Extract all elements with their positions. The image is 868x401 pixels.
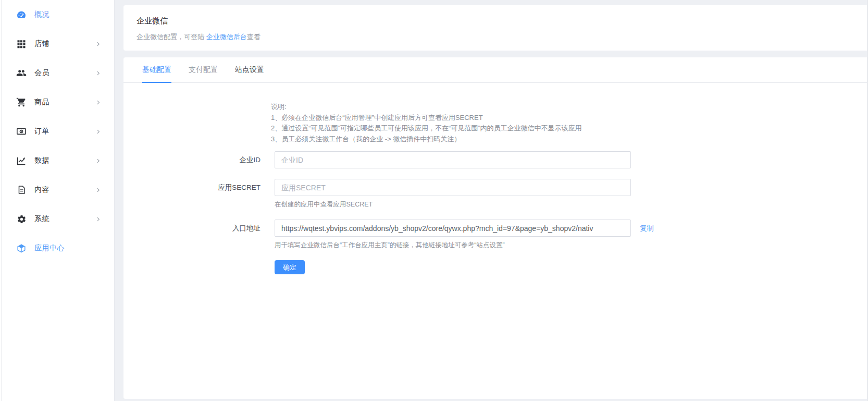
chevron-right-icon — [95, 216, 101, 222]
sidebar-item-overview[interactable]: 概况 — [0, 0, 114, 29]
sidebar-item-label: 概况 — [34, 10, 49, 19]
entry-url-help: 用于填写企业微信后台“工作台应用主页”的链接，其他链接地址可参考“站点设置” — [275, 241, 654, 250]
sidebar-item-members[interactable]: 会员 — [0, 58, 114, 88]
sidebar-item-label: 店铺 — [34, 39, 49, 48]
tab-bar: 基础配置 支付配置 站点设置 — [123, 57, 868, 83]
sidebar-item-app-center[interactable]: 应用中心 — [0, 234, 114, 263]
sidebar-item-orders[interactable]: 订单 — [0, 117, 114, 146]
chart-icon — [16, 155, 27, 166]
form-row-app-secret: 应用SECRET 在创建的应用中查看应用SECRET — [123, 179, 868, 209]
chevron-right-icon — [95, 158, 101, 164]
sidebar-item-label: 系统 — [34, 214, 49, 224]
chevron-right-icon — [95, 187, 101, 193]
subtitle-text: 企业微信配置，可登陆 — [137, 33, 206, 41]
bill-icon — [16, 126, 27, 137]
gear-icon — [16, 214, 27, 224]
sidebar-item-products[interactable]: 商品 — [0, 88, 114, 117]
sidebar-item-label: 内容 — [34, 185, 49, 195]
entry-url-input[interactable] — [275, 220, 631, 237]
sidebar-item-label: 商品 — [34, 98, 49, 107]
users-icon — [16, 68, 27, 78]
sidebar-item-system[interactable]: 系统 — [0, 204, 114, 234]
chevron-right-icon — [95, 70, 101, 76]
entry-url-label: 入口地址 — [123, 220, 261, 250]
wecom-admin-link[interactable]: 企业微信后台 — [206, 33, 247, 41]
page-subtitle: 企业微信配置，可登陆 企业微信后台查看 — [137, 32, 858, 42]
cube-icon — [16, 243, 27, 253]
basic-config-pane: 说明: 1、必须在企业微信后台“应用管理”中创建应用后方可查看应用SECRET … — [123, 83, 868, 274]
instruction-line: 3、员工必须关注微工作台（我的企业 -> 微信插件中扫码关注） — [271, 134, 868, 145]
cart-icon — [16, 97, 27, 107]
chevron-right-icon — [95, 41, 101, 47]
grid-icon — [16, 39, 27, 49]
chevron-right-icon — [95, 100, 101, 105]
gauge-icon — [16, 9, 27, 20]
form-row-corp-id: 企业ID — [123, 151, 868, 168]
main-card: 基础配置 支付配置 站点设置 说明: 1、必须在企业微信后台“应用管理”中创建应… — [123, 57, 868, 399]
sidebar-item-label: 应用中心 — [34, 244, 65, 253]
tab-site-settings[interactable]: 站点设置 — [235, 57, 264, 82]
instructions-block: 说明: 1、必须在企业微信后台“应用管理”中创建应用后方可查看应用SECRET … — [271, 102, 868, 144]
instructions-title: 说明: — [271, 102, 868, 113]
page-title: 企业微信 — [137, 16, 858, 26]
sidebar-item-data[interactable]: 数据 — [0, 146, 114, 175]
form-row-entry-url: 入口地址 复制 用于填写企业微信后台“工作台应用主页”的链接，其他链接地址可参考… — [123, 220, 868, 250]
app-secret-input[interactable] — [275, 179, 631, 196]
chevron-right-icon — [95, 129, 101, 135]
app-secret-help: 在创建的应用中查看应用SECRET — [275, 200, 631, 209]
tab-basic-config[interactable]: 基础配置 — [142, 57, 171, 82]
instruction-line: 2、通过设置“可见范围”可指定哪些员工可使用该应用，不在“可见范围”内的员工企业… — [271, 123, 868, 134]
page-header-card: 企业微信 企业微信配置，可登陆 企业微信后台查看 — [123, 5, 868, 51]
sidebar-item-label: 数据 — [34, 156, 49, 165]
app-secret-label: 应用SECRET — [123, 179, 261, 209]
sidebar: 概况 店铺 会员 商品 — [0, 0, 115, 401]
corp-id-label: 企业ID — [123, 151, 261, 168]
sidebar-item-shop[interactable]: 店铺 — [0, 29, 114, 58]
tab-payment-config[interactable]: 支付配置 — [189, 57, 218, 82]
subtitle-suffix: 查看 — [247, 33, 261, 41]
sidebar-item-content[interactable]: 内容 — [0, 175, 114, 204]
document-icon — [16, 185, 27, 195]
confirm-button[interactable]: 确定 — [275, 260, 305, 274]
sidebar-item-label: 会员 — [34, 68, 49, 78]
corp-id-input[interactable] — [275, 151, 631, 168]
copy-link[interactable]: 复制 — [640, 224, 654, 233]
instruction-line: 1、必须在企业微信后台“应用管理”中创建应用后方可查看应用SECRET — [271, 113, 868, 124]
sidebar-item-label: 订单 — [34, 127, 49, 136]
